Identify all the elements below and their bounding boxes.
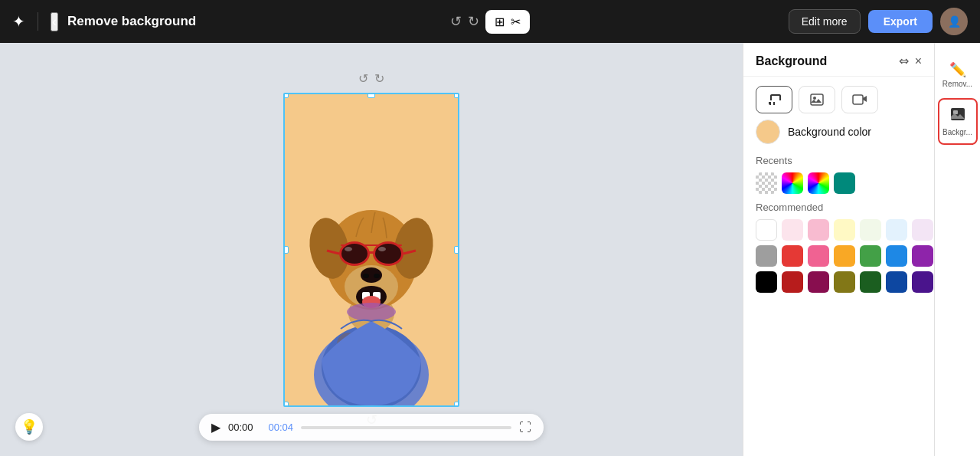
svg-rect-31 bbox=[953, 110, 958, 114]
fullscreen-button[interactable]: ⛶ bbox=[519, 421, 531, 435]
transparent-swatch[interactable] bbox=[756, 172, 777, 194]
svg-rect-21 bbox=[368, 251, 375, 254]
recommended-color-swatch[interactable] bbox=[782, 245, 803, 267]
progress-track[interactable] bbox=[301, 426, 511, 429]
canvas-top-icons: ↺ ↻ bbox=[358, 71, 384, 86]
topbar-divider bbox=[38, 12, 38, 31]
recommended-color-swatch[interactable] bbox=[808, 271, 829, 293]
recommended-color-swatch[interactable] bbox=[912, 219, 933, 241]
topbar: ✦ ‹ Remove background ↺ ↻ ⊞ ✂ Edit more … bbox=[0, 0, 980, 43]
tab-image[interactable] bbox=[799, 86, 835, 113]
recommended-label: Recommended bbox=[756, 202, 922, 213]
recommended-color-swatch[interactable] bbox=[886, 219, 907, 241]
toolbar-pill[interactable]: ⊞ ✂ bbox=[485, 10, 530, 34]
svg-rect-27 bbox=[811, 94, 823, 105]
svg-rect-29 bbox=[853, 95, 863, 104]
recommended-color-swatch[interactable] bbox=[912, 271, 933, 293]
svg-point-26 bbox=[347, 303, 396, 321]
dog-image bbox=[285, 94, 458, 405]
main-area: ↺ ↻ bbox=[0, 43, 980, 456]
time-total: 00:04 bbox=[269, 422, 294, 433]
redo-button[interactable]: ↻ bbox=[468, 13, 479, 30]
background-icon bbox=[949, 106, 966, 126]
back-button[interactable]: ‹ bbox=[51, 12, 58, 31]
svg-point-18 bbox=[341, 244, 368, 264]
svg-point-28 bbox=[813, 97, 816, 100]
canvas-container: ↺ ↻ bbox=[283, 93, 459, 407]
panel-title: Background bbox=[756, 54, 899, 68]
recommended-color-swatch[interactable] bbox=[756, 245, 777, 267]
background-panel: Background ⇔ × bbox=[743, 43, 934, 456]
svg-point-25 bbox=[378, 247, 386, 251]
tab-fill[interactable] bbox=[756, 86, 792, 113]
cut-icon: ✂ bbox=[511, 15, 521, 29]
page-title: Remove background bbox=[67, 14, 779, 29]
app-logo-icon: ✦ bbox=[12, 12, 25, 31]
recent-color-teal[interactable] bbox=[834, 172, 855, 194]
remove-bg-icon: ✏️ bbox=[949, 61, 966, 78]
svg-point-20 bbox=[375, 244, 401, 264]
recents-label: Recents bbox=[756, 155, 922, 166]
hint-button[interactable]: 💡 bbox=[15, 413, 43, 441]
recommended-color-swatch[interactable] bbox=[886, 271, 907, 293]
recommended-grid bbox=[756, 219, 922, 293]
avatar[interactable]: 👤 bbox=[940, 8, 968, 35]
undo-canvas-icon[interactable]: ↺ bbox=[358, 71, 368, 86]
bg-color-label: Background color bbox=[788, 126, 871, 138]
edit-more-button[interactable]: Edit more bbox=[789, 9, 861, 34]
recommended-color-swatch[interactable] bbox=[756, 219, 777, 241]
remove-bg-label: Remov... bbox=[942, 80, 972, 89]
recommended-color-swatch[interactable] bbox=[834, 245, 855, 267]
recents-grid bbox=[756, 172, 922, 194]
recommended-color-swatch[interactable] bbox=[860, 245, 881, 267]
recommended-color-swatch[interactable] bbox=[834, 219, 855, 241]
recommended-color-swatch[interactable] bbox=[782, 271, 803, 293]
export-button[interactable]: Export bbox=[868, 10, 933, 33]
recommended-color-swatch[interactable] bbox=[808, 219, 829, 241]
recommended-color-swatch[interactable] bbox=[834, 271, 855, 293]
right-tools-sidebar: ✏️ Remov... Backgr... bbox=[934, 43, 980, 456]
recommended-color-swatch[interactable] bbox=[860, 219, 881, 241]
panel-tabs bbox=[743, 77, 934, 120]
bg-color-section: Background color Recents Recommended bbox=[743, 120, 934, 310]
recommended-color-swatch[interactable] bbox=[756, 271, 777, 293]
split-view-button[interactable]: ⇔ bbox=[899, 54, 909, 68]
undo-button[interactable]: ↺ bbox=[450, 13, 462, 30]
tab-video[interactable] bbox=[841, 86, 878, 113]
recommended-color-swatch[interactable] bbox=[860, 271, 881, 293]
recent-color-rainbow[interactable] bbox=[808, 172, 829, 194]
recommended-color-swatch[interactable] bbox=[782, 219, 803, 241]
grid-icon: ⊞ bbox=[495, 15, 505, 29]
close-panel-button[interactable]: × bbox=[915, 54, 922, 68]
recommended-color-swatch[interactable] bbox=[886, 245, 907, 267]
recommended-color-swatch[interactable] bbox=[912, 245, 933, 267]
video-canvas[interactable] bbox=[283, 93, 459, 407]
topbar-right: Edit more Export 👤 bbox=[789, 8, 968, 35]
svg-point-24 bbox=[345, 247, 352, 251]
redo-canvas-icon[interactable]: ↻ bbox=[374, 71, 384, 86]
bg-color-swatch[interactable] bbox=[756, 120, 780, 144]
svg-point-14 bbox=[363, 274, 369, 278]
play-button[interactable]: ▶ bbox=[211, 420, 220, 435]
canvas-wrapper: ↺ ↻ bbox=[283, 93, 459, 407]
time-current: 00:00 bbox=[228, 422, 253, 433]
tool-remove-bg[interactable]: ✏️ Remov... bbox=[938, 55, 978, 95]
recommended-color-swatch[interactable] bbox=[808, 245, 829, 267]
svg-point-15 bbox=[374, 274, 380, 278]
playback-bar: ▶ 00:00 00:04 ⛶ bbox=[199, 414, 544, 441]
topbar-center-controls: ↺ ↻ ⊞ ✂ bbox=[450, 10, 530, 34]
bg-color-row: Background color bbox=[756, 120, 922, 144]
color-picker-swatch[interactable] bbox=[782, 172, 803, 194]
canvas-area: ↺ ↻ bbox=[0, 43, 743, 456]
tool-background[interactable]: Backgr... bbox=[938, 98, 978, 145]
background-label: Backgr... bbox=[942, 128, 972, 137]
panel-actions: ⇔ × bbox=[899, 54, 922, 68]
panel-header: Background ⇔ × bbox=[743, 43, 934, 77]
